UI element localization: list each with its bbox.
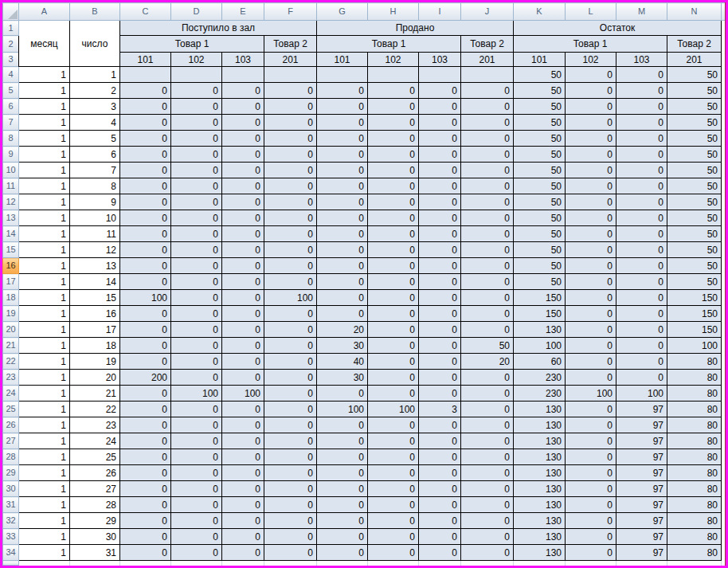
cell-N12[interactable]: 50 — [667, 194, 722, 210]
cell-J32[interactable]: 0 — [461, 513, 514, 529]
cell-H15[interactable]: 0 — [368, 242, 419, 258]
cell-C30[interactable]: 0 — [120, 481, 171, 497]
cell-G14[interactable]: 0 — [317, 226, 368, 242]
cell-E24[interactable]: 100 — [222, 386, 264, 402]
row-header-16[interactable]: 16 — [3, 258, 19, 274]
cell-M8[interactable]: 0 — [616, 131, 667, 147]
row-header-33[interactable]: 33 — [3, 529, 19, 545]
cell-K8[interactable]: 50 — [514, 131, 566, 147]
cell-K23[interactable]: 230 — [514, 370, 566, 386]
cell-J15[interactable]: 0 — [461, 242, 514, 258]
row-header-3[interactable]: 3 — [3, 53, 19, 67]
code-header-H[interactable]: 102 — [368, 53, 419, 67]
cell-B12[interactable]: 9 — [70, 194, 120, 210]
cell-H12[interactable]: 0 — [368, 194, 419, 210]
cell-N18[interactable]: 150 — [667, 290, 722, 306]
row-header-15[interactable]: 15 — [3, 242, 19, 258]
cell-N16[interactable]: 50 — [667, 258, 722, 274]
cell-N34[interactable]: 80 — [667, 545, 722, 561]
cell-E21[interactable]: 0 — [222, 338, 264, 354]
cell-C13[interactable]: 0 — [120, 210, 171, 226]
cell-B30[interactable]: 27 — [70, 481, 120, 497]
cell-H14[interactable]: 0 — [368, 226, 419, 242]
cell-I15[interactable]: 0 — [419, 242, 461, 258]
cell-I25[interactable]: 3 — [419, 402, 461, 417]
cell-C28[interactable]: 0 — [120, 449, 171, 465]
cell-D26[interactable]: 0 — [171, 417, 222, 433]
row-header-14[interactable]: 14 — [3, 226, 19, 242]
cell-N26[interactable]: 80 — [667, 417, 722, 433]
cell-H32[interactable]: 0 — [368, 513, 419, 529]
cell-H23[interactable]: 0 — [368, 370, 419, 386]
cell-I14[interactable]: 0 — [419, 226, 461, 242]
cell-F25[interactable]: 0 — [264, 402, 317, 417]
cell-E5[interactable]: 0 — [222, 83, 264, 99]
cell-M15[interactable]: 0 — [616, 242, 667, 258]
cell-H9[interactable]: 0 — [368, 147, 419, 163]
cell-I33[interactable]: 0 — [419, 529, 461, 545]
cell-K24[interactable]: 230 — [514, 386, 566, 402]
cell-C27[interactable]: 0 — [120, 433, 171, 449]
cell-D6[interactable]: 0 — [171, 99, 222, 115]
cell-J19[interactable]: 0 — [461, 306, 514, 322]
cell-J9[interactable]: 0 — [461, 147, 514, 163]
code-header-N[interactable]: 201 — [667, 53, 722, 67]
row-header-30[interactable]: 30 — [3, 481, 19, 497]
cell-K14[interactable]: 50 — [514, 226, 566, 242]
cell-G31[interactable]: 0 — [317, 497, 368, 513]
cell-F16[interactable]: 0 — [264, 258, 317, 274]
cell-H18[interactable]: 0 — [368, 290, 419, 306]
cell-D18[interactable]: 0 — [171, 290, 222, 306]
cell-I26[interactable]: 0 — [419, 417, 461, 433]
cell-J25[interactable]: 0 — [461, 402, 514, 417]
cell-A34[interactable]: 1 — [19, 545, 70, 561]
cell-J8[interactable]: 0 — [461, 131, 514, 147]
cell-B34[interactable]: 31 — [70, 545, 120, 561]
cell-I8[interactable]: 0 — [419, 131, 461, 147]
cell-C29[interactable]: 0 — [120, 465, 171, 481]
cell-A12[interactable]: 1 — [19, 194, 70, 210]
cell-A11[interactable]: 1 — [19, 178, 70, 194]
cell-E11[interactable]: 0 — [222, 178, 264, 194]
cell-I19[interactable]: 0 — [419, 306, 461, 322]
cell-E26[interactable]: 0 — [222, 417, 264, 433]
cell-G30[interactable]: 0 — [317, 481, 368, 497]
cell-A33[interactable]: 1 — [19, 529, 70, 545]
cell-G19[interactable]: 0 — [317, 306, 368, 322]
cell-G9[interactable]: 0 — [317, 147, 368, 163]
cell-I9[interactable]: 0 — [419, 147, 461, 163]
cell-A5[interactable]: 1 — [19, 83, 70, 99]
cell-K34[interactable]: 130 — [514, 545, 566, 561]
cell-I18[interactable]: 0 — [419, 290, 461, 306]
cell-I22[interactable]: 0 — [419, 354, 461, 370]
cell-G23[interactable]: 30 — [317, 370, 368, 386]
row-header-18[interactable]: 18 — [3, 290, 19, 306]
cell-K12[interactable]: 50 — [514, 194, 566, 210]
cell-D24[interactable]: 100 — [171, 386, 222, 402]
cell-B18[interactable]: 15 — [70, 290, 120, 306]
cell-A25[interactable]: 1 — [19, 402, 70, 417]
cell-A14[interactable]: 1 — [19, 226, 70, 242]
cell-K19[interactable]: 150 — [514, 306, 566, 322]
column-header-N[interactable]: N — [667, 3, 722, 21]
cell-B24[interactable]: 21 — [70, 386, 120, 402]
cell-M14[interactable]: 0 — [616, 226, 667, 242]
cell-K15[interactable]: 50 — [514, 242, 566, 258]
cell-A9[interactable]: 1 — [19, 147, 70, 163]
cell-C26[interactable]: 0 — [120, 417, 171, 433]
cell-N24[interactable]: 80 — [667, 386, 722, 402]
cell-I24[interactable]: 0 — [419, 386, 461, 402]
row-header-11[interactable]: 11 — [3, 178, 19, 194]
month-header-cell[interactable]: месяц — [19, 21, 70, 67]
cell-M26[interactable]: 97 — [616, 417, 667, 433]
cell-C14[interactable]: 0 — [120, 226, 171, 242]
cell-A7[interactable]: 1 — [19, 115, 70, 131]
cell-K30[interactable]: 130 — [514, 481, 566, 497]
cell-C11[interactable]: 0 — [120, 178, 171, 194]
cell-J11[interactable]: 0 — [461, 178, 514, 194]
cell-G16[interactable]: 0 — [317, 258, 368, 274]
column-header-B[interactable]: B — [70, 3, 120, 21]
cell-I13[interactable]: 0 — [419, 210, 461, 226]
cell-H16[interactable]: 0 — [368, 258, 419, 274]
cell-M10[interactable]: 0 — [616, 163, 667, 178]
